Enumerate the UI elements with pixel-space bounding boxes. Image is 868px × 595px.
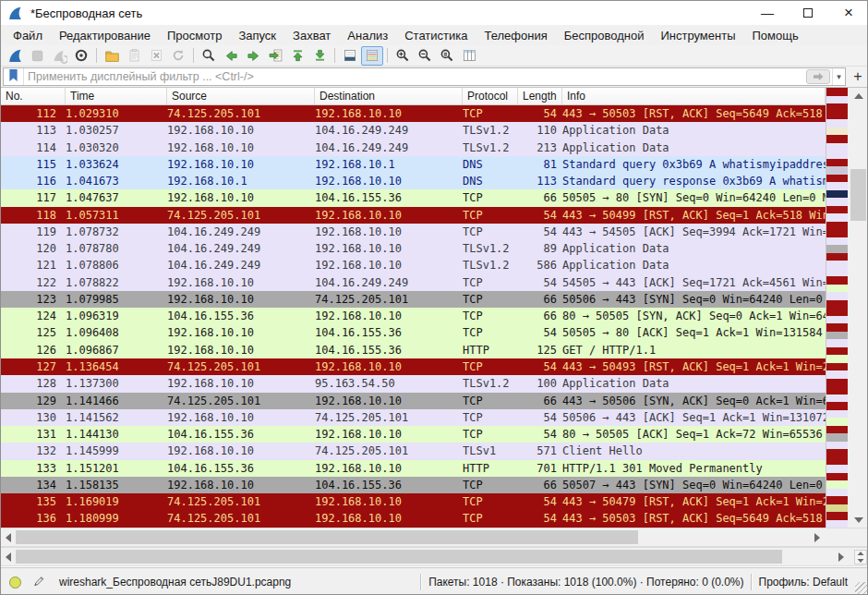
minimap-stripe <box>826 433 848 442</box>
resize-grip[interactable] <box>855 582 867 594</box>
packet-row[interactable]: 1151.033624192.168.10.10192.168.10.1DNS8… <box>1 156 826 173</box>
scroll-right-button[interactable] <box>810 528 825 546</box>
profile-selector[interactable]: Профиль: Default <box>759 576 849 589</box>
stop-capture-icon[interactable] <box>26 46 48 66</box>
packet-row[interactable]: 1241.096319104.16.155.36192.168.10.10TCP… <box>1 308 826 324</box>
column-header-time[interactable]: Time <box>66 88 167 104</box>
packet-row[interactable]: 1141.030320192.168.10.10104.16.249.249TL… <box>1 140 826 156</box>
menu-item-telephony[interactable]: Телефония <box>476 26 555 45</box>
packet-row[interactable]: 1221.078822192.168.10.10104.16.249.249TC… <box>1 274 826 291</box>
horizontal-scrollbar-pane[interactable] <box>1 547 868 566</box>
column-header-protocol[interactable]: Protocol <box>463 88 518 104</box>
packet-cell-length: 81 <box>518 156 562 173</box>
packet-row[interactable]: 1331.151201104.16.155.36192.168.10.10HTT… <box>1 460 826 477</box>
menu-item-go[interactable]: Запуск <box>230 26 284 45</box>
column-header-length[interactable]: Length <box>518 88 562 104</box>
scroll-left-button[interactable] <box>1 528 16 546</box>
colorize-icon[interactable] <box>361 46 383 66</box>
packet-row[interactable]: 1181.05731174.125.205.101192.168.10.10TC… <box>1 207 826 224</box>
packet-row[interactable]: 1321.145999192.168.10.1074.125.205.101TL… <box>1 443 826 459</box>
column-header-destination[interactable]: Destination <box>315 88 463 104</box>
zoom-out-icon[interactable] <box>414 46 436 66</box>
packet-row[interactable]: 1131.030257192.168.10.10104.16.249.249TL… <box>1 122 826 139</box>
save-file-icon[interactable] <box>123 46 145 66</box>
capture-comment-button[interactable] <box>30 574 47 590</box>
packet-row[interactable]: 1341.158135192.168.10.10104.16.155.36TCP… <box>1 477 826 493</box>
menu-item-edit[interactable]: Редактирование <box>51 26 159 45</box>
packet-row[interactable]: 1251.096408192.168.10.10104.16.155.36TCP… <box>1 324 826 341</box>
minimap-stripe <box>826 426 848 434</box>
scroll-down-button[interactable] <box>848 512 868 528</box>
menu-item-capture[interactable]: Захват <box>284 26 339 45</box>
packet-row[interactable]: 1211.078806104.16.249.249192.168.10.10TL… <box>1 257 826 273</box>
open-file-icon[interactable] <box>101 46 123 66</box>
packet-row[interactable]: 1281.137300192.168.10.1095.163.54.50TLSv… <box>1 375 826 392</box>
horizontal-scrollbar-thumb[interactable] <box>16 530 638 544</box>
vertical-scrollbar[interactable] <box>848 88 868 528</box>
find-packet-icon[interactable] <box>198 46 220 66</box>
packet-cell-info: HTTP/1.1 301 Moved Permanently <box>562 460 826 477</box>
expert-info-icon[interactable] <box>9 577 21 589</box>
capture-options-icon[interactable] <box>70 46 92 66</box>
menu-item-file[interactable]: Файл <box>5 26 51 45</box>
filter-bookmark-button[interactable] <box>4 68 24 85</box>
resize-columns-icon[interactable] <box>458 46 480 66</box>
scroll-up-button[interactable] <box>848 88 868 103</box>
start-capture-icon[interactable] <box>4 46 26 66</box>
menu-item-help[interactable]: Помощь <box>744 26 807 45</box>
vertical-scrollbar-thumb[interactable] <box>850 169 866 221</box>
packet-cell-protocol: HTTP <box>463 460 518 477</box>
horizontal-scrollbar-thumb-2[interactable] <box>16 550 782 564</box>
packet-cell-no: 125 <box>1 324 66 341</box>
packet-row[interactable]: 1201.078780104.16.249.249192.168.10.10TL… <box>1 240 826 257</box>
scroll-right-button-2[interactable] <box>834 548 849 565</box>
packet-row[interactable]: 1351.16901974.125.205.101192.168.10.10TC… <box>1 493 826 510</box>
go-back-icon[interactable] <box>220 46 242 66</box>
filter-dropdown-button[interactable]: ▾ <box>832 68 845 85</box>
reload-icon[interactable] <box>167 46 189 66</box>
maximize-button[interactable] <box>788 1 828 25</box>
column-header-info[interactable]: Info <box>562 88 826 104</box>
packet-row[interactable]: 1171.047637192.168.10.10104.16.155.36TCP… <box>1 189 826 206</box>
packet-cell-destination: 192.168.10.10 <box>315 105 463 122</box>
packet-row[interactable]: 1291.14146674.125.205.101192.168.10.10TC… <box>1 393 826 409</box>
packet-cell-source: 192.168.10.10 <box>167 375 315 392</box>
packet-row[interactable]: 1121.02931074.125.205.101192.168.10.10TC… <box>1 105 826 122</box>
packet-cell-source: 192.168.10.10 <box>167 291 315 308</box>
intelligent-scrollbar[interactable] <box>826 88 848 528</box>
packet-row[interactable]: 1231.079985192.168.10.1074.125.205.101TC… <box>1 291 826 308</box>
packet-row[interactable]: 1361.18099974.125.205.101192.168.10.10TC… <box>1 510 826 527</box>
close-button[interactable]: × <box>828 1 868 25</box>
packet-row[interactable]: 1261.096867192.168.10.10104.16.155.36HTT… <box>1 342 826 358</box>
autoscroll-icon[interactable] <box>339 46 361 66</box>
packet-row[interactable]: 1191.078732104.16.249.249192.168.10.10TC… <box>1 224 826 240</box>
menu-item-tools[interactable]: Инструменты <box>652 26 743 45</box>
packet-row[interactable]: 1161.041673192.168.10.1192.168.10.10DNS1… <box>1 173 826 189</box>
restart-capture-icon[interactable] <box>48 46 70 66</box>
filter-input[interactable] <box>24 69 806 84</box>
packet-row[interactable]: 1301.141562192.168.10.1074.125.205.101TC… <box>1 409 826 426</box>
packet-cell-source: 104.16.155.36 <box>167 308 315 324</box>
menu-item-statistics[interactable]: Статистика <box>396 26 476 45</box>
close-file-icon[interactable] <box>145 46 167 66</box>
zoom-in-icon[interactable] <box>392 46 414 66</box>
packet-row[interactable]: 1271.13645474.125.205.101192.168.10.10TC… <box>1 358 826 375</box>
scroll-left-button-2[interactable] <box>1 548 16 565</box>
menu-item-analyze[interactable]: Анализ <box>339 26 396 45</box>
go-last-packet-icon[interactable] <box>308 46 331 66</box>
horizontal-scrollbar-list[interactable] <box>1 528 868 547</box>
packet-row[interactable]: 1311.144130104.16.155.36192.168.10.10TCP… <box>1 426 826 443</box>
apply-filter-button[interactable] <box>806 69 830 84</box>
splitter-spin-widget[interactable] <box>854 550 867 565</box>
go-to-packet-icon[interactable] <box>264 46 286 66</box>
go-first-packet-icon[interactable] <box>286 46 308 66</box>
minimize-button[interactable]: — <box>747 1 788 25</box>
menu-item-view[interactable]: Просмотр <box>159 26 230 45</box>
go-forward-icon[interactable] <box>242 46 264 66</box>
menu-item-wireless[interactable]: Беспроводной <box>556 26 653 45</box>
add-filter-button[interactable]: + <box>850 67 866 86</box>
column-header-source[interactable]: Source <box>167 88 315 104</box>
zoom-original-icon[interactable] <box>436 46 458 66</box>
column-header-no[interactable]: No. <box>1 88 66 104</box>
packet-cell-destination: 104.16.155.36 <box>315 324 463 341</box>
